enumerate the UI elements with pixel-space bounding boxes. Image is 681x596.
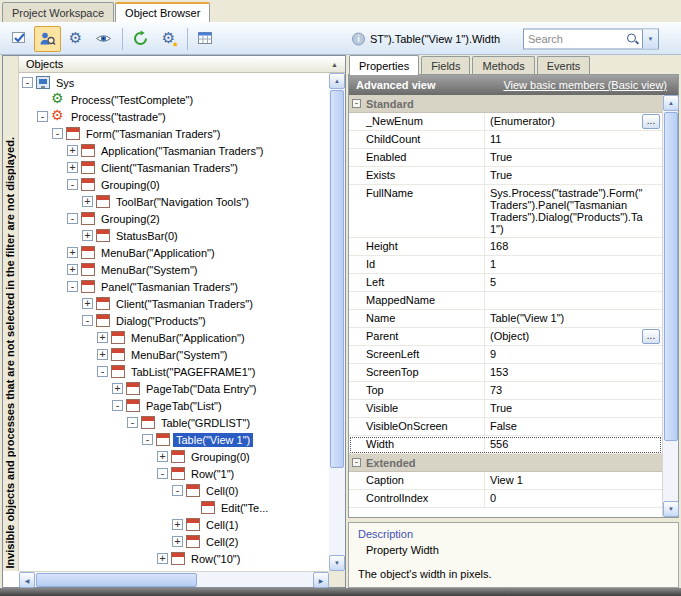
tree-item-label[interactable]: Form("Tasmanian Traders") <box>83 127 223 141</box>
collapse-icon[interactable]: - <box>157 468 168 479</box>
tree-item-label[interactable]: MenuBar("System") <box>98 263 200 277</box>
expand-icon[interactable]: + <box>172 536 183 547</box>
tree-item[interactable]: +Application("Tasmanian Traders") <box>20 142 329 159</box>
scroll-down-icon[interactable]: ▼ <box>663 501 679 517</box>
expand-icon[interactable]: + <box>82 298 93 309</box>
property-row[interactable]: Parent(Object)... <box>349 328 662 346</box>
property-row[interactable]: ScreenLeft9 <box>349 346 662 364</box>
expand-icon[interactable]: + <box>67 264 78 275</box>
tree-item-label[interactable]: Table("GRDLIST") <box>158 416 253 430</box>
tree-item[interactable]: +Cell(1) <box>20 516 329 533</box>
property-value[interactable]: Sys.Process("tastrade").Form(" Traders")… <box>485 185 662 237</box>
tab-events[interactable]: Events <box>537 56 591 75</box>
tab-methods[interactable]: Methods <box>472 56 534 75</box>
tree-item-label[interactable]: Cell(2) <box>203 535 241 549</box>
scrollbar-thumb[interactable] <box>330 90 344 468</box>
collapse-icon[interactable]: - <box>22 77 33 88</box>
tree-horizontal-scrollbar[interactable]: ◀ ▶ <box>19 571 329 587</box>
tree-item-label[interactable]: Cell(0) <box>203 484 241 498</box>
collapse-icon[interactable]: - <box>67 179 78 190</box>
tree-item[interactable]: -Grouping(0) <box>20 176 329 193</box>
scrollbar-thumb[interactable] <box>664 112 678 441</box>
tree-item[interactable]: -Panel("Tasmanian Traders") <box>20 278 329 295</box>
expand-icon[interactable]: + <box>67 162 78 173</box>
collapse-icon[interactable]: - <box>352 99 361 108</box>
collapse-icon[interactable]: - <box>127 417 138 428</box>
property-value[interactable]: True <box>485 149 662 166</box>
property-row[interactable]: Id1 <box>349 256 662 274</box>
ellipsis-button[interactable]: ... <box>642 114 660 129</box>
tab-project-workspace[interactable]: Project Workspace <box>2 2 114 22</box>
tab-properties[interactable]: Properties <box>349 55 419 75</box>
property-row[interactable]: Left5 <box>349 274 662 292</box>
property-row[interactable]: NameTable("View 1") <box>349 310 662 328</box>
property-row[interactable]: EnabledTrue <box>349 149 662 167</box>
tree-item-label[interactable]: Process("TestComplete") <box>68 93 196 107</box>
expand-icon[interactable]: + <box>157 451 168 462</box>
tree-item[interactable]: -Grouping(2) <box>20 210 329 227</box>
scroll-up-icon[interactable]: ▲ <box>663 95 679 111</box>
tree-item[interactable]: +Client("Tasmanian Traders") <box>20 295 329 312</box>
tree-item[interactable]: -Edit("Te... <box>20 499 329 516</box>
expand-icon[interactable]: + <box>112 383 123 394</box>
property-value[interactable]: (Object)... <box>485 328 662 345</box>
property-row[interactable]: Width556 <box>349 436 662 454</box>
property-value[interactable]: Table("View 1") <box>485 310 662 327</box>
tree-item-label[interactable]: Row("1") <box>188 467 237 481</box>
collapse-icon[interactable]: - <box>142 434 153 445</box>
property-row[interactable]: VisibleOnScreenFalse <box>349 418 662 436</box>
search-dropdown-button[interactable]: ▼ <box>642 29 658 48</box>
tree-item-label[interactable]: PageTab("Data Entry") <box>143 382 260 396</box>
tree-item[interactable]: +MenuBar("Application") <box>20 329 329 346</box>
tree-item[interactable]: +MenuBar("System") <box>20 261 329 278</box>
collapse-icon[interactable]: - <box>37 111 48 122</box>
property-value[interactable]: View 1 <box>485 472 662 489</box>
expand-icon[interactable]: + <box>82 196 93 207</box>
tree-item[interactable]: -Dialog("Products") <box>20 312 329 329</box>
property-row[interactable]: ControlIndex0 <box>349 490 662 508</box>
tree-item-label[interactable]: Client("Tasmanian Traders") <box>98 161 241 175</box>
tree-item-label[interactable]: Dialog("Products") <box>113 314 209 328</box>
search-icon[interactable] <box>626 32 639 45</box>
tree-item[interactable]: -Process("tastrade") <box>20 108 329 125</box>
tree-item[interactable]: +StatusBar(0) <box>20 227 329 244</box>
property-section-header[interactable]: -Extended <box>349 454 662 472</box>
tree-item-label[interactable]: Row("10") <box>188 552 243 566</box>
property-value[interactable]: 556 <box>485 436 662 453</box>
tree-item[interactable]: +Row("10") <box>20 550 329 567</box>
property-section-header[interactable]: -Standard <box>349 95 662 113</box>
object-path-field[interactable]: i ST").Table("View 1").Width <box>352 32 500 45</box>
property-row[interactable]: ExistsTrue <box>349 167 662 185</box>
tree-item-label[interactable]: Edit("Te... <box>218 501 271 515</box>
tree-item-label[interactable]: MenuBar("Application") <box>128 331 248 345</box>
expand-icon[interactable]: + <box>157 553 168 564</box>
property-value[interactable]: 73 <box>485 382 662 399</box>
property-value[interactable]: False <box>485 418 662 435</box>
tree-item[interactable]: -Form("Tasmanian Traders") <box>20 125 329 142</box>
tree-item-label[interactable]: StatusBar(0) <box>113 229 181 243</box>
property-value[interactable]: 5 <box>485 274 662 291</box>
tree-vertical-scrollbar[interactable]: ▲ ▼ <box>329 73 345 571</box>
expand-icon[interactable]: + <box>67 247 78 258</box>
expand-icon[interactable]: + <box>67 145 78 156</box>
property-value[interactable] <box>485 292 662 309</box>
grid-vertical-scrollbar[interactable]: ▲ ▼ <box>662 95 678 517</box>
property-value[interactable]: 9 <box>485 346 662 363</box>
tree-item[interactable]: -Sys <box>20 74 329 91</box>
property-row[interactable]: ScreenTop153 <box>349 364 662 382</box>
collapse-icon[interactable]: - <box>352 458 361 467</box>
scroll-up-icon[interactable]: ▲ <box>329 73 345 89</box>
tab-object-browser[interactable]: Object Browser <box>115 2 210 22</box>
map-object-button[interactable] <box>192 26 219 52</box>
object-settings-button[interactable]: ⚙ <box>62 26 89 52</box>
tree-item[interactable]: -Row("1") <box>20 465 329 482</box>
tree-item[interactable]: +ToolBar("Navigation Tools") <box>20 193 329 210</box>
tree-item-label[interactable]: TabList("PAGEFRAME1") <box>128 365 258 379</box>
scrollbar-thumb[interactable] <box>36 573 197 587</box>
tree-item-label[interactable]: PageTab("List") <box>143 399 225 413</box>
tree-item[interactable]: -Process("TestComplete") <box>20 91 329 108</box>
property-value[interactable]: 153 <box>485 364 662 381</box>
expand-icon[interactable]: + <box>97 349 108 360</box>
property-row[interactable]: VisibleTrue <box>349 400 662 418</box>
property-row[interactable]: MappedName <box>349 292 662 310</box>
